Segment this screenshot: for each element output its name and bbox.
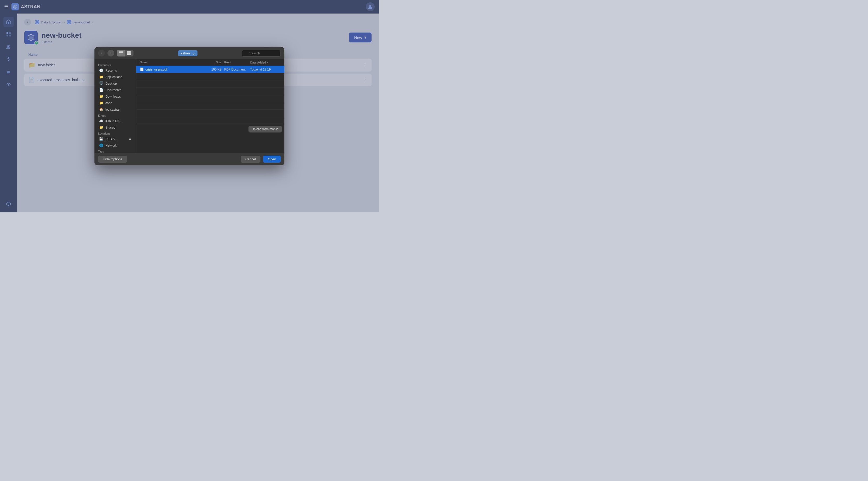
sidebar-item-icloud-drive[interactable]: ☁️ iCloud Dri... (95, 118, 135, 124)
picker-footer: Hide Options Cancel Open (94, 153, 284, 165)
picker-grid-view-button[interactable] (125, 50, 133, 57)
upload-mobile-button[interactable]: Upload from mobile (248, 126, 282, 132)
svg-rect-24 (127, 51, 129, 53)
filelist-header: Name Size Kind Date Added ▾ (136, 59, 284, 66)
file-picker-dialog: ‹ › astran (94, 47, 284, 165)
upload-mobile-area: Upload from mobile (136, 124, 284, 134)
sidebar-item-network[interactable]: 🌐 Network (95, 142, 135, 149)
empty-row-5 (136, 102, 284, 110)
locations-label: Locations (94, 131, 136, 136)
empty-row-2 (136, 81, 284, 88)
picker-back-button[interactable]: ‹ (98, 50, 105, 57)
open-button[interactable]: Open (263, 156, 281, 163)
recents-icon: 🕐 (99, 68, 103, 72)
picker-view-buttons (117, 50, 133, 57)
col-header-date[interactable]: Date Added ▾ (250, 61, 281, 64)
picker-forward-button[interactable]: › (107, 50, 114, 57)
sidebar-item-downloads[interactable]: 📁 Downloads (95, 93, 135, 100)
file-size: 105 KB (201, 68, 222, 71)
svg-rect-25 (129, 51, 131, 53)
code-label: code (105, 101, 112, 105)
sidebar-item-applications[interactable]: 📁 Applications (95, 74, 135, 80)
disk-icon: 💾 (99, 137, 103, 141)
empty-row-6 (136, 110, 284, 117)
picker-sidebar: Favourites 🕐 Recents 📁 Applications 🖥️ D… (94, 59, 136, 153)
downloads-label: Downloads (105, 95, 121, 98)
col-header-size: Size (201, 61, 222, 64)
sidebar-item-documents[interactable]: 📄 Documents (95, 87, 135, 93)
col-header-kind: Kind (222, 61, 250, 64)
desktop-label: Desktop (105, 82, 117, 85)
picker-body: Favourites 🕐 Recents 📁 Applications 🖥️ D… (94, 59, 284, 153)
desktop-icon: 🖥️ (99, 82, 103, 85)
pdf-file-icon: 📄 (140, 67, 144, 71)
empty-row-4 (136, 95, 284, 102)
shared-icon: 📁 (99, 125, 103, 129)
svg-rect-26 (127, 53, 129, 55)
file-row-crisis-users[interactable]: 📄 crisis_users.pdf 105 KB PDF Document T… (136, 66, 284, 73)
sidebar-item-code[interactable]: 📁 code (95, 100, 135, 106)
picker-location-wrapper: astran (178, 50, 197, 56)
picker-location-selector: astran (136, 50, 239, 56)
favourites-label: Favourites (94, 62, 136, 67)
picker-file-list: Name Size Kind Date Added ▾ 📄 crisis_use… (136, 59, 284, 153)
debia-label: DEBIA... (105, 137, 117, 141)
picker-search-wrapper (242, 50, 281, 57)
picker-location-dropdown[interactable]: astran (178, 50, 197, 56)
file-kind: PDF Document (222, 68, 250, 71)
file-name: crisis_users.pdf (146, 68, 167, 71)
file-name-cell: 📄 crisis_users.pdf (140, 67, 201, 71)
network-icon: 🌐 (99, 143, 103, 147)
icloud-label: iCloud (94, 113, 136, 118)
documents-icon: 📄 (99, 88, 103, 92)
col-header-name: Name (140, 61, 201, 64)
tags-label: Tags (94, 149, 136, 153)
network-label: Network (105, 144, 117, 147)
sidebar-item-shared[interactable]: 📁 Shared (95, 124, 135, 131)
empty-row-7 (136, 117, 284, 124)
louisastran-label: louisastran (105, 108, 121, 111)
picker-toolbar: ‹ › astran (94, 47, 284, 59)
sidebar-item-louisastran[interactable]: 🏠 louisastran (95, 106, 135, 113)
eject-icon[interactable]: ⏏ (129, 138, 131, 140)
empty-row-3 (136, 88, 284, 95)
picker-footer-left: Hide Options (98, 156, 127, 163)
hide-options-button[interactable]: Hide Options (98, 156, 127, 163)
recents-label: Recents (105, 69, 117, 72)
shared-label: Shared (105, 126, 116, 129)
svg-rect-22 (119, 52, 123, 53)
downloads-icon: 📁 (99, 94, 103, 98)
code-folder-icon: 📁 (99, 101, 103, 105)
svg-rect-23 (119, 54, 123, 54)
file-date: Today at 13:19 (250, 68, 281, 71)
icloud-icon: ☁️ (99, 119, 103, 123)
svg-rect-21 (119, 51, 123, 52)
documents-label: Documents (105, 88, 121, 92)
picker-search-input[interactable] (242, 50, 281, 57)
picker-list-view-button[interactable] (117, 50, 125, 57)
icloud-drive-label: iCloud Dri... (105, 119, 122, 123)
home-folder-icon: 🏠 (99, 108, 103, 111)
picker-footer-right: Cancel Open (241, 156, 281, 163)
date-added-label: Date Added (250, 61, 266, 64)
applications-icon: 📁 (99, 75, 103, 79)
cancel-button[interactable]: Cancel (241, 156, 260, 163)
applications-label: Applications (105, 75, 122, 79)
sidebar-item-recents[interactable]: 🕐 Recents (95, 67, 135, 74)
sort-icon: ▾ (267, 61, 269, 64)
sidebar-item-desktop[interactable]: 🖥️ Desktop (95, 80, 135, 87)
sidebar-item-debia[interactable]: 💾 DEBIA... ⏏ (95, 136, 135, 142)
empty-row-1 (136, 73, 284, 81)
svg-rect-27 (129, 53, 131, 55)
